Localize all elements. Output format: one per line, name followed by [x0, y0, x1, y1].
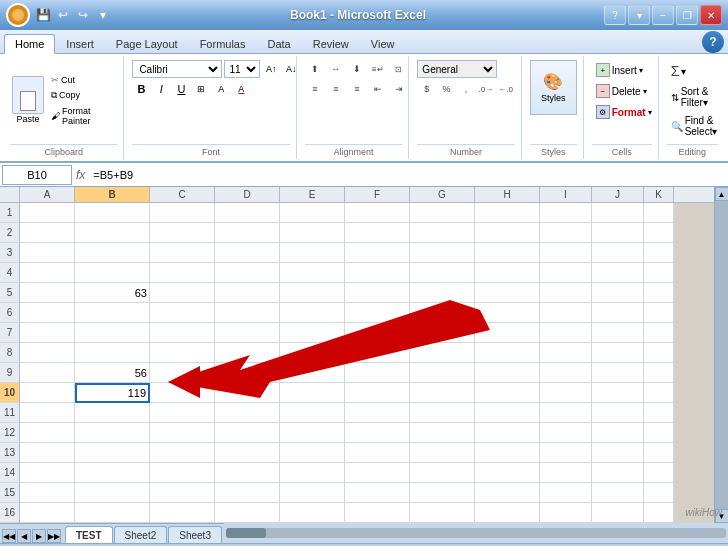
row-header-3[interactable]: 3 [0, 243, 20, 263]
close-button[interactable]: ✕ [700, 5, 722, 25]
cell-h14[interactable] [475, 463, 540, 483]
cell-a1[interactable] [20, 203, 75, 223]
cell-c12[interactable] [150, 423, 215, 443]
formula-input[interactable] [89, 165, 726, 185]
cell-g1[interactable] [410, 203, 475, 223]
currency-button[interactable]: $ [417, 80, 436, 98]
cell-f13[interactable] [345, 443, 410, 463]
cell-g16[interactable] [410, 503, 475, 523]
cell-c3[interactable] [150, 243, 215, 263]
col-header-f[interactable]: F [345, 187, 410, 202]
cell-f8[interactable] [345, 343, 410, 363]
scroll-up-button[interactable]: ▲ [715, 187, 729, 201]
font-size-select[interactable]: 11 [224, 60, 260, 78]
cell-j16[interactable] [592, 503, 644, 523]
cell-k8[interactable] [644, 343, 674, 363]
cell-k16[interactable] [644, 503, 674, 523]
cell-f15[interactable] [345, 483, 410, 503]
cell-j8[interactable] [592, 343, 644, 363]
cell-e5[interactable] [280, 283, 345, 303]
cell-g8[interactable] [410, 343, 475, 363]
cell-e4[interactable] [280, 263, 345, 283]
cell-e15[interactable] [280, 483, 345, 503]
cell-i11[interactable] [540, 403, 592, 423]
cell-e9[interactable] [280, 363, 345, 383]
cell-a6[interactable] [20, 303, 75, 323]
sheet-nav-next-button[interactable]: ▶ [32, 529, 46, 543]
cell-a2[interactable] [20, 223, 75, 243]
cell-g14[interactable] [410, 463, 475, 483]
tab-insert[interactable]: Insert [55, 33, 105, 53]
cell-a15[interactable] [20, 483, 75, 503]
row-header-11[interactable]: 11 [0, 403, 20, 423]
cell-h1[interactable] [475, 203, 540, 223]
cell-d11[interactable] [215, 403, 280, 423]
merge-button[interactable]: ⊡ [389, 60, 409, 78]
cell-j10[interactable] [592, 383, 644, 403]
cell-i6[interactable] [540, 303, 592, 323]
row-header-9[interactable]: 9 [0, 363, 20, 383]
cell-k3[interactable] [644, 243, 674, 263]
cell-k15[interactable] [644, 483, 674, 503]
cell-g9[interactable] [410, 363, 475, 383]
horizontal-scrollbar[interactable] [224, 523, 728, 543]
cell-d15[interactable] [215, 483, 280, 503]
cell-e11[interactable] [280, 403, 345, 423]
cell-e6[interactable] [280, 303, 345, 323]
align-bottom-button[interactable]: ⬇ [347, 60, 367, 78]
row-header-13[interactable]: 13 [0, 443, 20, 463]
border-button[interactable]: ⊞ [192, 80, 210, 98]
tab-formulas[interactable]: Formulas [189, 33, 257, 53]
sort-filter-button[interactable]: ⇅ Sort &Filter▾ [667, 83, 713, 111]
col-header-h[interactable]: H [475, 187, 540, 202]
cell-e2[interactable] [280, 223, 345, 243]
cell-e13[interactable] [280, 443, 345, 463]
decrease-font-button[interactable]: A↓ [282, 60, 300, 78]
cell-j12[interactable] [592, 423, 644, 443]
cell-c9[interactable] [150, 363, 215, 383]
align-middle-button[interactable]: ↔ [326, 60, 346, 78]
col-header-i[interactable]: I [540, 187, 592, 202]
cell-d3[interactable] [215, 243, 280, 263]
cell-g7[interactable] [410, 323, 475, 343]
insert-cells-button[interactable]: + Insert ▾ [592, 60, 647, 80]
cell-g2[interactable] [410, 223, 475, 243]
copy-button[interactable]: ⧉ Copy [48, 88, 117, 103]
cell-f10[interactable] [345, 383, 410, 403]
cell-i9[interactable] [540, 363, 592, 383]
cell-f16[interactable] [345, 503, 410, 523]
cell-a16[interactable] [20, 503, 75, 523]
cell-j6[interactable] [592, 303, 644, 323]
align-center-button[interactable]: ≡ [326, 80, 346, 98]
cell-d4[interactable] [215, 263, 280, 283]
cell-b8[interactable] [75, 343, 150, 363]
sheet-tab-test[interactable]: TEST [65, 526, 113, 543]
cell-h10[interactable] [475, 383, 540, 403]
row-header-15[interactable]: 15 [0, 483, 20, 503]
cell-b13[interactable] [75, 443, 150, 463]
cut-button[interactable]: ✂ Cut [48, 73, 117, 87]
cell-g5[interactable] [410, 283, 475, 303]
increase-font-button[interactable]: A↑ [262, 60, 280, 78]
cell-i2[interactable] [540, 223, 592, 243]
cell-k6[interactable] [644, 303, 674, 323]
cell-b4[interactable] [75, 263, 150, 283]
align-top-button[interactable]: ⬆ [305, 60, 325, 78]
cell-d13[interactable] [215, 443, 280, 463]
cell-j11[interactable] [592, 403, 644, 423]
cell-f11[interactable] [345, 403, 410, 423]
cell-k7[interactable] [644, 323, 674, 343]
cell-f14[interactable] [345, 463, 410, 483]
cell-j2[interactable] [592, 223, 644, 243]
row-header-10[interactable]: 10 [0, 383, 20, 403]
cell-b9[interactable]: 56 [75, 363, 150, 383]
cell-h15[interactable] [475, 483, 540, 503]
cell-c5[interactable] [150, 283, 215, 303]
cell-h5[interactable] [475, 283, 540, 303]
sheet-nav-prev-button[interactable]: ◀ [17, 529, 31, 543]
cell-a7[interactable] [20, 323, 75, 343]
align-right-button[interactable]: ≡ [347, 80, 367, 98]
cell-a10[interactable] [20, 383, 75, 403]
cell-h4[interactable] [475, 263, 540, 283]
row-header-14[interactable]: 14 [0, 463, 20, 483]
